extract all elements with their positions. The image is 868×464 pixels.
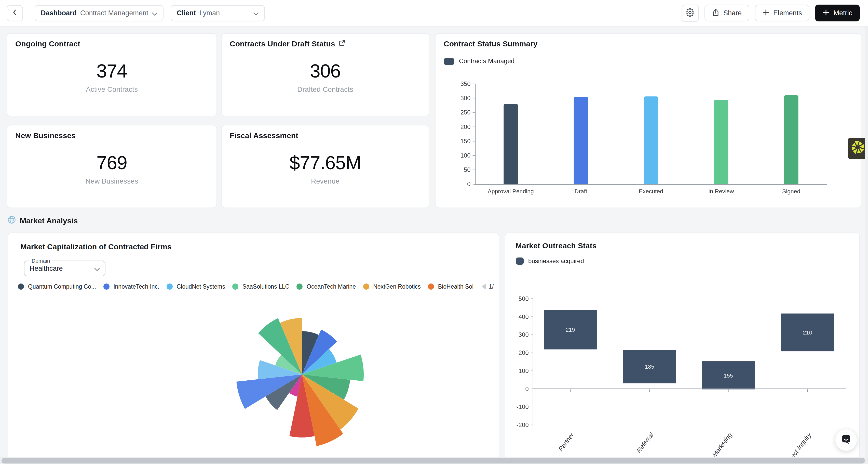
contract-status-summary-card: Contract Status Summary Contracts Manage… xyxy=(435,33,861,208)
client-select[interactable]: Client Lyman xyxy=(170,5,265,21)
legend-item-3[interactable]: SaaSolutions LLC xyxy=(232,284,289,290)
kpi-card-fiscal-assessment: Fiscal Assessment $77.65M Revenue xyxy=(221,125,429,208)
external-link-icon[interactable] xyxy=(339,39,345,48)
share-icon xyxy=(712,8,719,18)
svg-text:200: 200 xyxy=(461,123,471,130)
legend-item-2[interactable]: CloudNet Systems xyxy=(166,284,225,290)
kpi-card-ongoing-contract: Ongoing Contract 374 Active Contracts xyxy=(7,33,217,116)
legend-item-1[interactable]: InnovateTech Inc. xyxy=(103,284,159,290)
svg-text:100: 100 xyxy=(519,367,529,374)
domain-select-value: Healthcare xyxy=(30,265,94,272)
section-title-label: Market Analysis xyxy=(20,216,78,225)
card-title: Contracts Under Draft Status xyxy=(230,39,335,48)
svg-text:150: 150 xyxy=(461,138,471,145)
svg-text:Executed: Executed xyxy=(639,188,663,195)
legend-item-label: NextGen Robotics xyxy=(373,284,421,290)
horizontal-scrollbar-track[interactable] xyxy=(0,457,868,464)
card-title: Fiscal Assessment xyxy=(230,131,298,140)
market-outreach-bar-chart: 5004003002001000-100-200219185155210Part… xyxy=(505,233,859,464)
metric-value: 306 xyxy=(222,61,429,82)
svg-text:0: 0 xyxy=(525,385,528,392)
settings-button[interactable] xyxy=(682,4,699,22)
svg-text:Signed: Signed xyxy=(782,188,800,195)
svg-text:300: 300 xyxy=(519,331,529,338)
client-select-value: Lyman xyxy=(199,9,250,17)
legend-pager: 1/3 xyxy=(482,284,494,290)
metric-label: Drafted Contracts xyxy=(222,85,429,93)
chevron-left-icon xyxy=(11,9,18,17)
chevron-down-icon xyxy=(253,8,259,18)
horizontal-scrollbar-thumb[interactable] xyxy=(2,458,865,463)
top-bar-actions: Share Elements Metric xyxy=(682,4,860,22)
legend-dot xyxy=(428,284,434,290)
svg-text:250: 250 xyxy=(461,109,471,116)
chat-launcher-button[interactable] xyxy=(835,429,857,451)
legend-dot xyxy=(297,284,303,290)
svg-text:In Review: In Review xyxy=(708,188,734,195)
client-select-label: Client xyxy=(177,9,196,17)
summary-bar-executed[interactable] xyxy=(644,96,658,184)
metric-value: 769 xyxy=(7,152,216,174)
legend-dot xyxy=(103,284,109,290)
svg-text:185: 185 xyxy=(645,364,654,370)
dashboard-select-value: Contract Management xyxy=(80,9,148,17)
svg-text:Marketing: Marketing xyxy=(711,431,733,458)
svg-text:300: 300 xyxy=(461,94,471,102)
legend-item-4[interactable]: OceanTech Marine xyxy=(297,284,356,290)
chevron-down-icon xyxy=(94,264,100,273)
legend-item-label: BioHealth Sol xyxy=(438,284,473,290)
svg-text:0: 0 xyxy=(467,181,470,187)
metric-value: 374 xyxy=(7,61,216,82)
legend-item-0[interactable]: Quantum Computing Co... xyxy=(18,284,96,290)
chart-title: Market Capitalization of Contracted Firm… xyxy=(20,242,172,251)
legend-item-label: CloudNet Systems xyxy=(177,284,225,290)
legend-dot xyxy=(232,284,238,290)
svg-text:219: 219 xyxy=(566,326,575,333)
svg-text:350: 350 xyxy=(461,80,471,87)
legend-item-6[interactable]: BioHealth Sol xyxy=(428,284,473,290)
chevron-down-icon xyxy=(152,8,157,18)
summary-bar-signed[interactable] xyxy=(784,95,799,184)
vertical-scrollbar[interactable] xyxy=(865,27,868,457)
plus-icon xyxy=(763,9,769,17)
dashboard-select[interactable]: Dashboard Contract Management xyxy=(35,5,163,21)
kpi-card-new-businesses: New Businesses 769 New Businesses xyxy=(7,125,217,208)
market-cap-legend: Quantum Computing Co...InnovateTech Inc.… xyxy=(18,282,494,292)
summary-bar-draft[interactable] xyxy=(574,97,588,184)
starburst-icon xyxy=(851,140,865,156)
legend-item-label: Quantum Computing Co... xyxy=(28,284,96,290)
legend-dot xyxy=(166,284,173,290)
svg-text:Draft: Draft xyxy=(575,188,587,195)
domain-select[interactable]: Domain Healthcare xyxy=(24,261,105,277)
globe-icon xyxy=(8,216,16,225)
svg-text:155: 155 xyxy=(723,372,733,379)
summary-bar-approval-pending[interactable] xyxy=(503,104,518,184)
contract-status-bar-chart: 350300250200150100500Approval PendingDra… xyxy=(436,34,861,207)
gear-icon xyxy=(686,8,694,18)
market-capitalization-card: Market Capitalization of Contracted Firm… xyxy=(8,233,499,464)
legend-item-label: InnovateTech Inc. xyxy=(113,284,159,290)
add-metric-button-label: Metric xyxy=(834,9,852,17)
add-metric-button[interactable]: Metric xyxy=(815,5,860,22)
legend-dot xyxy=(363,284,369,290)
market-outreach-card: Market Outreach Stats businesses acquire… xyxy=(505,233,860,464)
share-button[interactable]: Share xyxy=(705,5,749,22)
share-button-label: Share xyxy=(723,9,742,17)
svg-text:100: 100 xyxy=(461,152,471,159)
metric-label: New Businesses xyxy=(7,177,216,185)
app-viewport: Dashboard Contract Management Client Lym… xyxy=(0,0,868,464)
svg-text:-100: -100 xyxy=(517,403,529,410)
svg-text:400: 400 xyxy=(519,313,529,320)
card-title: New Businesses xyxy=(15,131,75,140)
metric-label: Active Contracts xyxy=(7,85,216,93)
summary-bar-in-review[interactable] xyxy=(714,100,728,184)
back-button[interactable] xyxy=(7,5,23,21)
legend-item-5[interactable]: NextGen Robotics xyxy=(363,284,421,290)
add-elements-button[interactable]: Elements xyxy=(755,5,810,22)
kpi-card-contracts-under-draft: Contracts Under Draft Status 306 Drafted… xyxy=(221,33,429,116)
metric-value: $77.65M xyxy=(222,152,429,174)
svg-text:50: 50 xyxy=(464,166,471,173)
market-analysis-section-header: Market Analysis xyxy=(8,216,78,225)
legend-page-prev-icon[interactable] xyxy=(482,284,486,290)
svg-text:200: 200 xyxy=(519,349,529,356)
